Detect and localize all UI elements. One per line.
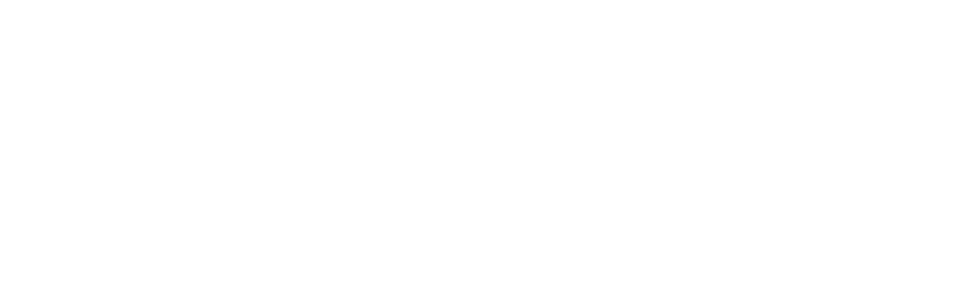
sitemap-diagram: [0, 0, 980, 286]
connectors-svg: [0, 0, 980, 286]
